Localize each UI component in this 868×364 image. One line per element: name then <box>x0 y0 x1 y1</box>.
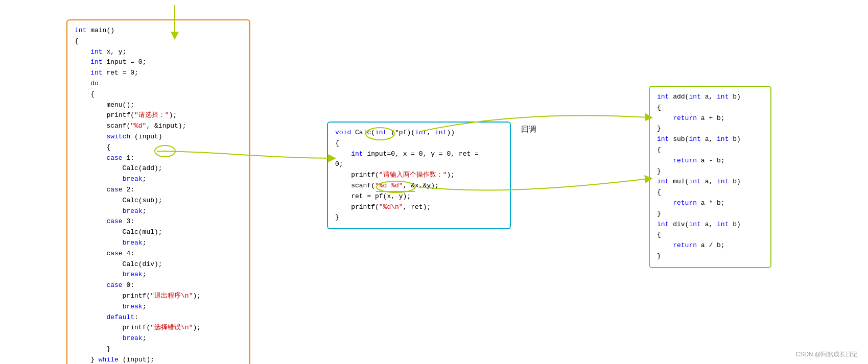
calc-code-content: void Calc(int (*pf)(int, int)) { int inp… <box>335 128 503 223</box>
funcs-code-content: int add(int a, int b) { return a + b; } … <box>657 92 763 262</box>
callback-label: 回调 <box>521 125 536 134</box>
calc-code-box: void Calc(int (*pf)(int, int)) { int inp… <box>327 122 511 229</box>
main-code-content: int main() { int x, y; int input = 0; in… <box>75 26 242 364</box>
funcs-code-box: int add(int a, int b) { return a + b; } … <box>649 86 771 268</box>
main-code-box: int main() { int x, y; int input = 0; in… <box>66 19 250 364</box>
watermark: CSDN @阿然成长日记 <box>795 350 858 359</box>
